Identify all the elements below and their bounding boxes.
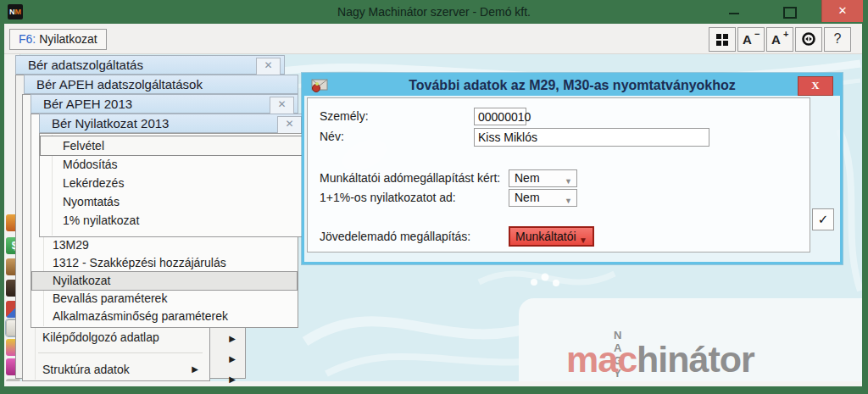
grid-icon — [716, 34, 721, 39]
menu-level2-title: Bér APEH adatszolgáltatások — [36, 77, 203, 92]
menu-level3-header[interactable]: Bér APEH 2013 ✕ — [31, 94, 298, 114]
grid-view-button[interactable] — [709, 27, 736, 52]
menu-item-13m29[interactable]: 13M29 — [32, 236, 297, 254]
szemely-label: Személy: — [320, 109, 369, 123]
jovedelemado-dropdown[interactable]: Munkáltatói ▼ — [509, 226, 594, 247]
dialog-form-panel: Személy: 00000010 Név: Kiss Miklós Munká… — [307, 97, 810, 252]
app-icon: NM — [8, 4, 23, 19]
munkaltatoi-label: Munkáltatói adómegállapítást kért: — [320, 171, 500, 185]
f6-key-label: F6: — [19, 32, 36, 46]
menu-item-nyilatkozat[interactable]: Nyilatkozat — [32, 272, 297, 290]
submenu-arrow-icon[interactable]: ▶ — [223, 330, 242, 348]
gear-icon[interactable] — [6, 379, 20, 381]
menu-item-1312-szakkepzesi[interactable]: 1312 - Szakképzési hozzájárulás — [32, 254, 297, 272]
minimize-button[interactable] — [719, 0, 751, 22]
f6-nyilatkozat-button[interactable]: F6:Nyilatkozat — [9, 29, 107, 50]
menu-level4-header[interactable]: Bér Nyilatkozat 2013 ✕ — [39, 114, 303, 133]
menu-level2-header[interactable]: Bér APEH adatszolgáltatások — [24, 75, 298, 94]
egyszazalek-dropdown[interactable]: Nem ▼ — [509, 189, 577, 207]
plus-icon: + — [783, 29, 788, 39]
menu-level1-close-icon[interactable]: ✕ — [256, 58, 281, 75]
menu-level1-title: Bér adatszolgáltatás — [28, 58, 143, 72]
submenu-arrow-icon[interactable]: ▶ — [223, 350, 242, 369]
dialog-m29-m30: További adatok az M29, M30-as nyomtatván… — [302, 73, 843, 264]
maximize-button[interactable] — [773, 0, 805, 22]
menu-level3-close-icon[interactable]: ✕ — [270, 97, 294, 114]
menu-item-modositas[interactable]: Módosítás — [41, 155, 302, 174]
f6-label: Nyilatkozat — [39, 32, 97, 46]
switch-button[interactable] — [795, 27, 822, 52]
menu-item-lekerdezes[interactable]: Lekérdezés — [41, 174, 302, 192]
menu-item-felvetel[interactable]: Felvétel — [41, 136, 302, 155]
menu-level4-title: Bér Nyilatkozat 2013 — [52, 116, 169, 130]
nev-label: Név: — [320, 130, 344, 143]
font-smaller-button[interactable]: A− — [737, 27, 765, 52]
munkaltatoi-dropdown[interactable]: Nem ▼ — [509, 169, 577, 187]
minimize-icon — [729, 13, 739, 14]
egyszazalek-label: 1+1%-os nyilatkozatot ad: — [320, 191, 456, 204]
window-titlebar: Nagy Machinátor szerver - Demó kft. NM ✕ — [0, 0, 868, 24]
dialog-titlebar[interactable]: További adatok az M29, M30-as nyomtatván… — [304, 75, 840, 96]
szemely-field[interactable]: 00000010 — [474, 108, 526, 125]
menu-item-kilepodolgozo-adatlap[interactable]: Kilépődolgozó adatlap — [24, 328, 209, 347]
menu-item-1-szazalek-nyilatkozat[interactable]: 1% nyilatkozat — [41, 211, 302, 230]
chevron-down-icon: ▼ — [579, 232, 587, 249]
minus-icon: − — [754, 29, 760, 39]
dialog-title: További adatok az M29, M30-as nyomtatván… — [304, 75, 840, 96]
maximize-icon — [783, 7, 797, 19]
main-toolbar: F6:Nyilatkozat A− A+ ? — [4, 24, 862, 54]
window-inner-edge — [4, 381, 862, 386]
menu-item-struktura-adatok[interactable]: Struktúra adatok ▶ — [24, 360, 209, 379]
menu-item-bevallas-parameterek[interactable]: Bevallás paraméterek — [32, 290, 297, 308]
jovedelemado-label: Jövedelemadó megállapítás: — [320, 230, 470, 243]
close-button[interactable]: ✕ — [821, 0, 863, 22]
submenu-arrow-icon[interactable]: ▶ — [223, 370, 242, 389]
menu-level3-title: Bér APEH 2013 — [43, 97, 132, 111]
chevron-down-icon: ▼ — [565, 193, 572, 209]
chevron-down-icon: ▼ — [565, 174, 572, 190]
menu-level4-close-icon[interactable]: ✕ — [277, 116, 302, 134]
submenu-arrow-icon: ▶ — [192, 360, 198, 379]
help-button[interactable]: ? — [824, 27, 851, 52]
menu-level1-header[interactable]: Bér adatszolgáltatás ✕ — [15, 55, 285, 75]
font-larger-button[interactable]: A+ — [766, 27, 793, 52]
brand-logo-rest: hinátor — [637, 339, 754, 380]
circle-arrows-icon — [801, 31, 816, 47]
dialog-close-button[interactable]: X — [798, 76, 833, 96]
menu-item-nyomtatas[interactable]: Nyomtatás — [41, 192, 302, 211]
menu-level4-panel: Felvétel Módosítás Lekérdezés Nyomtatás … — [39, 133, 303, 237]
brand-logo-accent: mac — [566, 339, 637, 380]
nev-field[interactable]: Kiss Miklós — [474, 128, 709, 147]
confirm-check-button[interactable]: ✓ — [812, 208, 834, 230]
menu-item-alkalmazasminoseg-parameterek[interactable]: Alkalmazásminőség paraméterek — [32, 308, 297, 325]
brand-logo-main: machinátor — [566, 339, 754, 380]
menu-separator — [38, 352, 203, 353]
